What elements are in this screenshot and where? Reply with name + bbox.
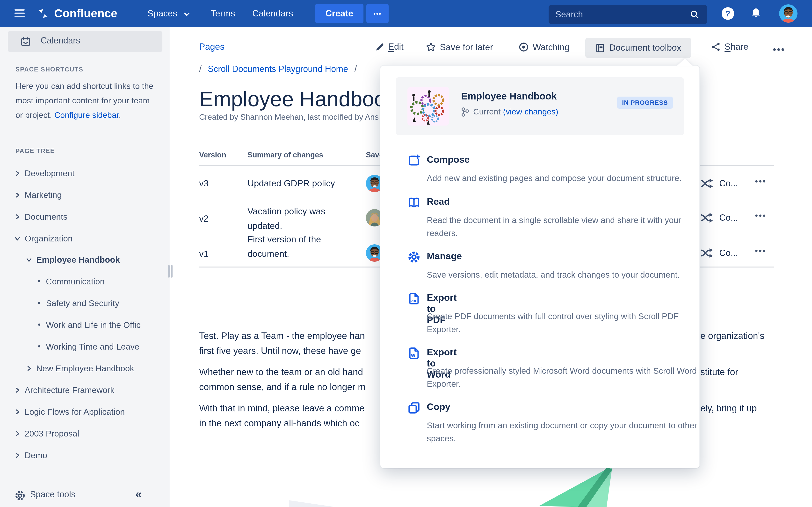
tree-item-label: Work and Life in the Offic xyxy=(46,320,141,330)
sidebar-calendars-label: Calendars xyxy=(41,36,80,46)
sidebar-item-employee-handbook[interactable]: Employee Handbook xyxy=(0,253,196,267)
create-button[interactable]: Create xyxy=(315,4,363,23)
edit-button[interactable]: Edit xyxy=(374,42,404,52)
sidebar-item-documents[interactable]: Documents xyxy=(0,210,185,224)
row-action-link[interactable]: Co... xyxy=(719,176,738,191)
tree-item-label: Documents xyxy=(24,212,67,222)
compare-changes-icon[interactable] xyxy=(700,211,714,225)
help-icon[interactable]: ? xyxy=(721,7,735,20)
search-icon[interactable] xyxy=(690,10,699,19)
share-button[interactable]: Share xyxy=(711,42,749,52)
paragraph-line: Test. Play as a Team - the employee han xyxy=(199,331,379,341)
save-label-rest: or later xyxy=(465,42,493,52)
column-header-summary: Summary of changes xyxy=(248,151,323,159)
chevron-right-icon xyxy=(14,170,20,176)
breadcrumb-home-link[interactable]: Scroll Documents Playground Home xyxy=(208,64,348,74)
sidebar-item-new-employee-handbook[interactable]: New Employee Handbook xyxy=(0,362,196,375)
paragraph-line: Whether new to the team or an old hand xyxy=(199,367,379,378)
configure-sidebar-link[interactable]: Configure sidebar xyxy=(54,111,119,120)
nav-terms[interactable]: Terms xyxy=(211,0,235,27)
app-title[interactable]: Confluence xyxy=(54,0,117,27)
paragraph-line: in the next company all-hands which oc xyxy=(199,418,379,429)
view-changes-link[interactable]: (view changes) xyxy=(503,107,558,117)
paragraph-line: e organization's xyxy=(700,331,764,341)
save-for-later-button[interactable]: Save for later xyxy=(425,42,493,53)
sidebar-item-development[interactable]: Development xyxy=(0,167,185,180)
notifications-bell-icon[interactable] xyxy=(749,7,763,20)
chevron-right-icon xyxy=(26,365,32,371)
nav-more-button[interactable]: ••• xyxy=(366,4,389,23)
read-icon xyxy=(407,196,420,209)
tree-item-label: Demo xyxy=(24,450,47,460)
row-more-button[interactable]: ••• xyxy=(755,211,767,221)
shortcuts-text-suffix: . xyxy=(119,111,121,120)
menu-item-title: Manage xyxy=(427,250,462,262)
compare-changes-icon[interactable] xyxy=(700,177,714,190)
sidebar-item-calendars[interactable]: Calendars xyxy=(8,31,162,52)
sidebar-item-organization[interactable]: Organization xyxy=(0,232,185,245)
search-input[interactable] xyxy=(549,5,694,24)
edit-key: E xyxy=(388,42,394,52)
nav-spaces-label: Spaces xyxy=(147,8,177,18)
chevron-right-icon xyxy=(14,214,20,220)
sidebar-item-communication[interactable]: •Communication xyxy=(0,275,208,288)
version-cell: v2 xyxy=(199,212,209,226)
tree-item-label: Safety and Security xyxy=(46,298,119,308)
chevron-right-icon xyxy=(14,387,20,393)
document-toolbox-popup: Employee Handbook Current (view changes)… xyxy=(380,65,700,468)
menu-item-description: Add new and existing pages and compose y… xyxy=(427,172,698,185)
space-shortcuts-header: SPACE SHORTCUTS xyxy=(15,66,83,73)
document-toolbox-button[interactable]: Document toolbox xyxy=(585,38,691,58)
bullet-icon: • xyxy=(38,277,41,286)
page-title: Employee Handbook xyxy=(199,87,397,111)
confluence-logo-icon[interactable] xyxy=(37,7,49,20)
nav-calendars[interactable]: Calendars xyxy=(252,0,293,27)
page-byline: Created by Shannon Meehan, last modified… xyxy=(199,113,379,122)
sidebar-item-logic-flows[interactable]: Logic Flows for Application xyxy=(0,405,185,418)
paper-plane-illustration xyxy=(529,463,621,507)
sidebar-item-architecture-framework[interactable]: Architecture Framework xyxy=(0,383,185,397)
page-more-button[interactable]: ••• xyxy=(773,44,785,55)
summary-cell: document. xyxy=(248,247,289,261)
chevron-down-icon xyxy=(26,257,32,263)
hamburger-menu-icon[interactable] xyxy=(14,9,24,17)
share-label: hare xyxy=(730,42,749,52)
nav-spaces[interactable]: Spaces xyxy=(147,0,190,27)
sidebar-resize-handle[interactable] xyxy=(168,265,172,278)
paragraph-line: common sense, and if a rule no longer m xyxy=(199,382,379,393)
sidebar-item-2003-proposal[interactable]: 2003 Proposal xyxy=(0,427,185,440)
manage-gear-icon xyxy=(407,250,420,264)
breadcrumb-pages-link[interactable]: Pages xyxy=(199,42,224,52)
paragraph-line: first five years. Until now, these have … xyxy=(199,346,379,356)
sidebar-item-marketing[interactable]: Marketing xyxy=(0,188,185,202)
compare-changes-icon[interactable] xyxy=(700,246,714,260)
sidebar-item-working-time[interactable]: •Working Time and Leave xyxy=(0,340,208,353)
summary-cell: Updated GDPR policy xyxy=(248,176,335,191)
row-more-button[interactable]: ••• xyxy=(755,177,767,186)
search-box[interactable] xyxy=(549,5,707,24)
bullet-icon: • xyxy=(38,298,41,308)
watching-button[interactable]: Watching xyxy=(518,42,570,53)
chevron-right-icon xyxy=(14,431,20,437)
watching-eye-icon xyxy=(518,42,529,53)
svg-text:W: W xyxy=(411,353,415,358)
space-tools-button[interactable]: Space tools « xyxy=(0,485,170,507)
popup-arrow xyxy=(677,58,693,66)
sidebar-item-safety-and-security[interactable]: •Safety and Security xyxy=(0,296,208,310)
menu-item-description: Create professionally styled Microsoft W… xyxy=(427,364,698,391)
space-tools-label: Space tools xyxy=(30,490,75,500)
collapse-sidebar-icon[interactable]: « xyxy=(135,487,142,501)
user-avatar[interactable] xyxy=(779,4,798,23)
row-action-link[interactable]: Co... xyxy=(719,246,738,260)
document-summary-card: Employee Handbook Current (view changes)… xyxy=(396,77,684,135)
top-navigation-bar: Confluence Spaces Terms Calendars Create… xyxy=(0,0,812,27)
save-label-pre: Save xyxy=(440,42,463,52)
tree-item-label: Employee Handbook xyxy=(36,255,120,265)
sidebar-item-demo[interactable]: Demo xyxy=(0,449,185,462)
summary-cell: updated. xyxy=(248,219,282,233)
row-more-button[interactable]: ••• xyxy=(755,246,767,256)
tree-item-label: Marketing xyxy=(24,190,62,200)
row-action-link[interactable]: Co... xyxy=(719,211,738,225)
sidebar-item-work-and-life[interactable]: •Work and Life in the Offic xyxy=(0,318,208,332)
pdf-icon: PDF xyxy=(407,292,420,305)
